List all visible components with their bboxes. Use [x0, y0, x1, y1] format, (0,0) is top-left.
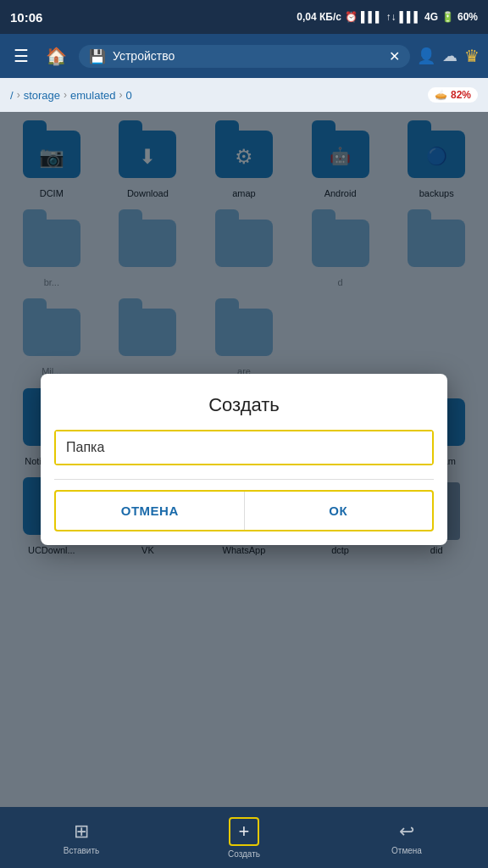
storage-percent: 82%: [451, 89, 471, 101]
device-tab-label: Устройство: [113, 49, 175, 63]
home-button[interactable]: 🏠: [41, 42, 72, 70]
pie-chart-icon: 🥧: [435, 89, 447, 101]
breadcrumb-storage[interactable]: storage: [24, 89, 60, 102]
breadcrumb-root[interactable]: /: [10, 89, 14, 102]
insert-label: Вставить: [64, 846, 99, 855]
battery-icon: 🔋: [441, 11, 454, 23]
signal-icon-2: ▌▌▌: [399, 11, 421, 23]
network-speed: 0,04 КБ/с: [297, 11, 341, 23]
folder-name-input[interactable]: [56, 431, 432, 464]
breadcrumb-emulated[interactable]: emulated: [70, 89, 115, 102]
file-grid: 📷 DCIM ⬇ Download ⚙ amap: [0, 112, 488, 807]
breadcrumb-sep-2: ›: [64, 89, 67, 101]
nav-action-icons: 👤 ☁ ♛: [417, 46, 480, 66]
content-area: / › storage › emulated › 0 🥧 82% 📷 DCIM …: [0, 78, 488, 868]
cancel-bottom-label: Отмена: [391, 846, 422, 855]
signal-up-icon: ↑↓: [385, 11, 396, 23]
share-icon[interactable]: 👤: [417, 47, 435, 65]
cancel-bottom-button[interactable]: ↩ Отмена: [325, 821, 488, 855]
create-icon-wrap: +: [229, 817, 260, 846]
signal-icon: ▌▌▌: [361, 11, 383, 23]
tab-close-icon[interactable]: ✕: [389, 48, 400, 64]
create-plus-icon: +: [239, 821, 250, 842]
breadcrumb-0[interactable]: 0: [125, 89, 131, 102]
cloud-icon[interactable]: ☁: [442, 47, 458, 65]
dialog-buttons: ОТМЕНА ОК: [54, 490, 434, 531]
status-icons: 0,04 КБ/с ⏰ ▌▌▌ ↑↓ ▌▌▌ 4G 🔋 60%: [297, 11, 478, 23]
breadcrumb-sep-1: ›: [17, 89, 20, 101]
ok-button[interactable]: ОК: [245, 492, 433, 530]
device-tab[interactable]: 💾 Устройство ✕: [79, 45, 410, 68]
battery-percent: 60%: [458, 11, 478, 23]
dialog-input-wrap: [54, 430, 434, 465]
menu-button[interactable]: ☰: [8, 42, 34, 70]
cancel-button[interactable]: ОТМЕНА: [56, 492, 244, 530]
create-label: Создать: [228, 849, 260, 859]
status-bar: 10:06 0,04 КБ/с ⏰ ▌▌▌ ↑↓ ▌▌▌ 4G 🔋 60%: [0, 0, 488, 34]
device-icon: 💾: [89, 48, 106, 64]
storage-badge: 🥧 82%: [428, 87, 478, 103]
breadcrumb-sep-3: ›: [119, 89, 122, 101]
menu-icon: ☰: [14, 47, 29, 65]
insert-button[interactable]: ⊞ Вставить: [0, 821, 163, 855]
back-icon: ↩: [399, 821, 414, 843]
create-button[interactable]: + Создать: [163, 817, 325, 859]
insert-icon: ⊞: [74, 821, 89, 843]
nav-bar: ☰ 🏠 💾 Устройство ✕ 👤 ☁ ♛: [0, 34, 488, 78]
dialog-title: Создать: [41, 374, 447, 430]
network-type: 4G: [424, 11, 438, 23]
breadcrumb-bar: / › storage › emulated › 0 🥧 82%: [0, 78, 488, 112]
alarm-icon: ⏰: [345, 11, 358, 23]
create-dialog: Создать ОТМЕНА ОК: [41, 374, 447, 545]
dialog-divider: [54, 479, 434, 480]
status-time: 10:06: [10, 10, 42, 25]
bottom-bar: ⊞ Вставить + Создать ↩ Отмена: [0, 807, 488, 868]
crown-icon[interactable]: ♛: [464, 46, 480, 66]
home-icon: 🏠: [46, 47, 67, 65]
